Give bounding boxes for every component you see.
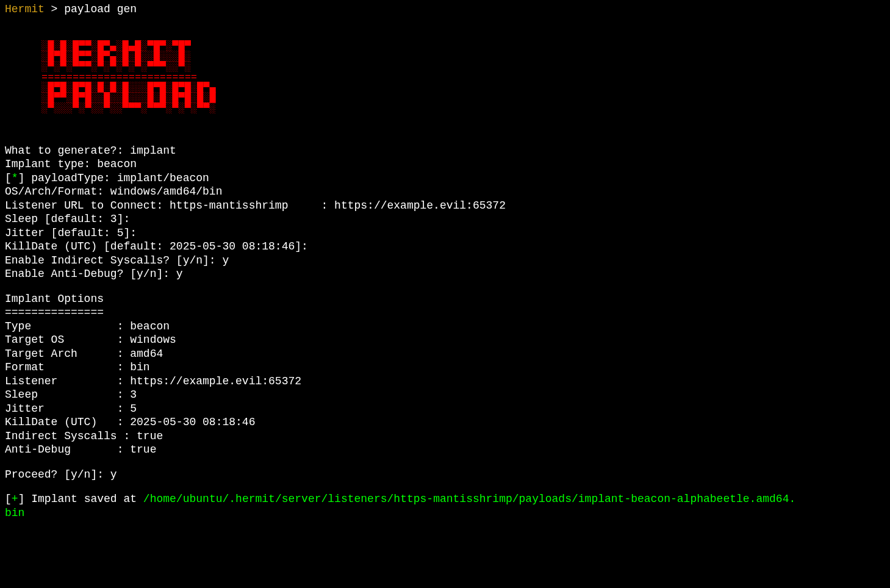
sleep-prompt: Sleep [default: 3]: bbox=[5, 212, 885, 226]
saved-path-ext: bin bbox=[5, 507, 24, 519]
option-row: Indirect Syscalls : true bbox=[5, 429, 885, 443]
prompt-label: Hermit bbox=[5, 3, 45, 15]
options-header: Implant Options bbox=[5, 292, 885, 306]
killdate-prompt: KillDate (UTC) [default: 2025-05-30 08:1… bbox=[5, 240, 885, 254]
option-row: Jitter : 5 bbox=[5, 402, 885, 416]
syscalls-prompt: Enable Indirect Syscalls? [y/n]: y bbox=[5, 254, 885, 268]
option-row: Target OS : windows bbox=[5, 333, 885, 347]
antidebug-prompt: Enable Anti-Debug? [y/n]: y bbox=[5, 267, 885, 281]
jitter-prompt: Jitter [default: 5]: bbox=[5, 226, 885, 240]
implant-type-prompt: Implant type: beacon bbox=[5, 157, 885, 171]
option-row: Sleep : 3 bbox=[5, 388, 885, 402]
option-row: KillDate (UTC) : 2025-05-30 08:18:46 bbox=[5, 415, 885, 429]
option-row: Format : bin bbox=[5, 360, 885, 375]
option-row: Listener : https://example.evil:65372 bbox=[5, 375, 885, 389]
star-icon: * bbox=[12, 172, 18, 184]
ascii-banner: ░█░█░█▀▀░█▀▄░█▄█░▀█▀░▀█▀ ░█▀█░█▀▀░█▀▄░█░… bbox=[41, 41, 885, 113]
generate-prompt: What to generate?: implant bbox=[5, 144, 885, 158]
option-row: Target Arch : amd64 bbox=[5, 347, 885, 361]
option-row: Anti-Debug : true bbox=[5, 443, 885, 457]
proceed-prompt: Proceed? [y/n]: y bbox=[5, 468, 885, 482]
payload-type-line: [*] payloadType: implant/beacon bbox=[5, 171, 885, 185]
listener-url: Listener URL to Connect: https-mantisshr… bbox=[5, 199, 885, 213]
saved-path: /home/ubuntu/.hermit/server/listeners/ht… bbox=[143, 493, 795, 505]
interactive-prompts: What to generate?: implant Implant type:… bbox=[5, 144, 885, 281]
command-prompt[interactable]: Hermit > payload gen bbox=[5, 2, 885, 16]
os-arch-format: OS/Arch/Format: windows/amd64/bin bbox=[5, 185, 885, 199]
plus-icon: + bbox=[12, 493, 18, 505]
prompt-separator: > bbox=[45, 3, 64, 15]
options-divider: =============== bbox=[5, 306, 885, 320]
implant-options: Implant Options =============== Type : b… bbox=[5, 292, 885, 457]
option-row: Type : beacon bbox=[5, 320, 885, 334]
prompt-command: payload gen bbox=[64, 3, 137, 15]
result-line: [+] Implant saved at /home/ubuntu/.hermi… bbox=[5, 492, 885, 520]
